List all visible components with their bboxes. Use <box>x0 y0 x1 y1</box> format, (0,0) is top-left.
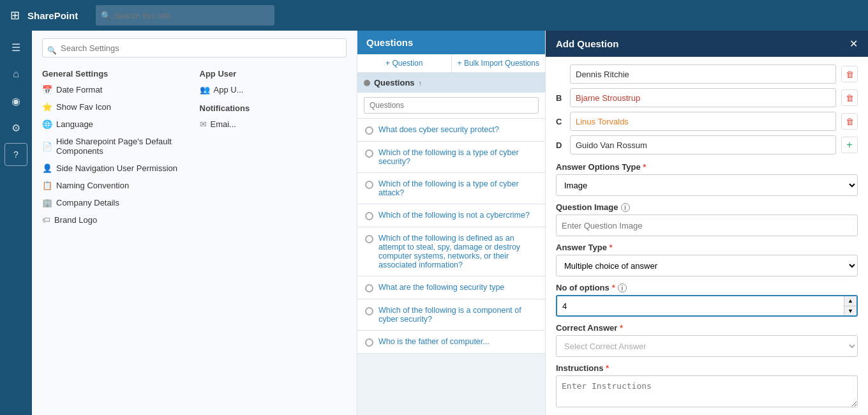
required-star: * <box>643 162 646 172</box>
instructions-label: Instructions * <box>556 363 858 373</box>
q-radio <box>365 307 373 315</box>
q-radio <box>365 338 373 347</box>
answer-label-b: B <box>556 93 565 103</box>
language-icon: 🌐 <box>42 119 52 129</box>
questions-title: Questions <box>366 37 413 48</box>
app-user-label: App U... <box>214 85 244 94</box>
date-format-icon: 📅 <box>42 85 52 94</box>
company-icon: 🏢 <box>42 198 52 207</box>
sidenav-icon: 👤 <box>42 163 52 173</box>
company-label: Company Details <box>56 198 119 207</box>
question-text: Which of the following is a component of… <box>378 306 537 324</box>
add-question-content: 🗑 B 🗑 C 🗑 D + A <box>546 57 868 415</box>
no-of-options-group: No of options * i ➜ ▲ ▼ <box>556 283 858 317</box>
naming-icon: 📋 <box>42 181 52 190</box>
q-radio <box>365 235 373 243</box>
general-settings-title: General Settings <box>37 64 195 81</box>
instructions-textarea[interactable] <box>556 375 858 407</box>
main-layout: ☰ ⌂ ◉ ⚙ ? 🔍 General Settings 📅 Date Form… <box>0 31 868 415</box>
list-item[interactable]: Which of the following is a type of cybe… <box>357 142 545 173</box>
list-item[interactable]: Who is the father of computer... <box>357 331 545 354</box>
top-search-input[interactable] <box>96 5 274 26</box>
settings-item-email[interactable]: ✉ Emai... <box>195 116 352 133</box>
info-icon-no: i <box>618 283 627 292</box>
settings-search-icon: 🔍 <box>47 46 57 55</box>
question-text: What are the following security type <box>378 283 504 292</box>
q-radio <box>365 284 373 292</box>
add-question-panel: Add Question ✕ 🗑 B 🗑 C 🗑 <box>546 31 868 415</box>
question-image-group: Question Image i <box>556 202 858 236</box>
answer-type-select[interactable]: Multiple choice of answer Single choice … <box>556 255 858 276</box>
close-button[interactable]: ✕ <box>849 38 858 50</box>
answer-input-c[interactable] <box>570 112 836 131</box>
instructions-group: Instructions * <box>556 363 858 409</box>
q-search-bar <box>357 93 545 119</box>
questions-panel: Questions + Question + Bulk Import Quest… <box>357 31 546 415</box>
spinner-down[interactable]: ▼ <box>844 306 857 316</box>
list-item[interactable]: Which of the following is a type of cybe… <box>357 173 545 204</box>
answer-input-a[interactable] <box>570 64 836 84</box>
list-item[interactable]: Which of the following is not a cybercri… <box>357 204 545 227</box>
list-item[interactable]: What are the following security type <box>357 276 545 299</box>
questions-nav[interactable]: Questions ↑ <box>357 73 545 93</box>
fav-icon-icon: ⭐ <box>42 102 52 112</box>
settings-item-brand[interactable]: 🏷 Brand Logo <box>37 211 195 229</box>
answer-input-d[interactable] <box>570 135 836 155</box>
question-text: Which of the following is defined as an … <box>378 234 537 269</box>
settings-item-sidenav[interactable]: 👤 Side Navigation User Permission <box>37 160 195 177</box>
settings-item-date-format[interactable]: 📅 Date Format <box>37 81 195 98</box>
nav-label: Questions <box>374 78 415 87</box>
settings-search-input[interactable] <box>42 38 347 57</box>
answer-row-b: B 🗑 <box>556 88 858 107</box>
q-radio <box>365 126 373 135</box>
answer-options-type-label: Answer Options Type * <box>556 162 858 172</box>
sidenav-label: Side Navigation User Permission <box>56 163 177 173</box>
question-text: Which of the following is not a cybercri… <box>378 211 530 220</box>
answer-input-b[interactable] <box>570 88 836 107</box>
question-image-input[interactable] <box>556 215 858 236</box>
settings-item-app-user[interactable]: 👥 App U... <box>195 81 352 98</box>
required-star-ins: * <box>606 363 609 373</box>
nav-dot <box>364 80 370 86</box>
list-item[interactable]: Which of the following is defined as an … <box>357 227 545 276</box>
sidebar-icon-home[interactable]: ⌂ <box>4 63 27 86</box>
app-title: SharePoint <box>27 10 78 21</box>
settings-item-fav-icon[interactable]: ⭐ Show Fav Icon <box>37 98 195 116</box>
answer-options-type-group: Answer Options Type * Image Text <box>556 162 858 196</box>
settings-item-naming[interactable]: 📋 Naming Convention <box>37 177 195 194</box>
sidebar-icon-help[interactable]: ? <box>4 143 27 166</box>
no-of-options-input[interactable] <box>556 295 858 317</box>
nav-arrow-icon: ↑ <box>419 79 423 87</box>
search-icon-nav: 🔍 <box>101 11 111 20</box>
app-user-icon: 👥 <box>200 85 210 94</box>
list-item[interactable]: Which of the following is a component of… <box>357 299 545 331</box>
answer-add-d[interactable]: + <box>841 137 858 153</box>
add-question-title: Add Question <box>556 38 618 49</box>
answer-delete-b[interactable]: 🗑 <box>841 89 858 106</box>
language-label: Language <box>56 119 93 129</box>
settings-search-wrap: 🔍 <box>32 38 357 64</box>
settings-panel: 🔍 General Settings 📅 Date Format ⭐ Show … <box>32 31 357 415</box>
q-radio <box>365 149 373 158</box>
bulk-import-button[interactable]: + Bulk Import Questions <box>452 54 546 72</box>
required-star-at: * <box>610 243 613 252</box>
fav-icon-label: Show Fav Icon <box>56 102 111 112</box>
sidebar-icon-globe[interactable]: ◉ <box>4 89 27 112</box>
sidebar-icon-settings[interactable]: ⚙ <box>4 116 27 139</box>
settings-item-hide-sp[interactable]: 📄 Hide Sharepoint Page's Default Compone… <box>37 133 195 160</box>
info-icon-qi: i <box>621 203 630 212</box>
add-question-header: Add Question ✕ <box>546 31 868 57</box>
questions-search-input[interactable] <box>364 97 539 114</box>
list-item[interactable]: What does cyber security protect? <box>357 119 545 142</box>
spinner-up[interactable]: ▲ <box>844 296 857 306</box>
sidebar-icon-menu[interactable]: ☰ <box>4 36 27 59</box>
correct-answer-select[interactable]: Select Correct Answer ABCD <box>556 335 858 357</box>
grid-icon[interactable]: ⊞ <box>10 8 20 22</box>
add-question-button[interactable]: + Question <box>357 54 452 72</box>
settings-item-language[interactable]: 🌐 Language <box>37 116 195 133</box>
settings-item-company[interactable]: 🏢 Company Details <box>37 194 195 211</box>
answer-delete-a[interactable]: 🗑 <box>841 66 858 82</box>
answer-delete-c[interactable]: 🗑 <box>841 113 858 130</box>
answer-options-type-select[interactable]: Image Text <box>556 174 858 196</box>
hide-sp-label: Hide Sharepoint Page's Default Component… <box>56 137 190 156</box>
